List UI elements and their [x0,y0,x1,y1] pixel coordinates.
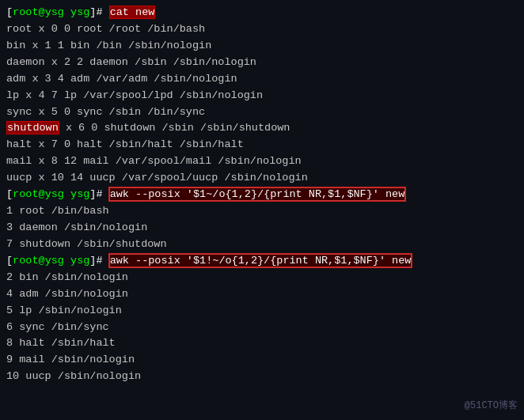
terminal-window: [root@ysg ysg]# cat new root x 0 0 root … [0,0,524,420]
bracket: [ [6,6,13,18]
shutdown-highlight: shutdown [6,121,59,134]
output-line-6: sync x 5 0 sync /sbin /bin/sync [6,104,518,121]
awk2-out-1: 2 bin /sbin/nologin [6,270,518,286]
line-1: [root@ysg ysg]# cat new [6,5,518,21]
output-line-2: bin x 1 1 bin /bin /sbin/nologin [6,38,518,55]
awk1-out-3: 7 shutdown /sbin/shutdown [6,236,518,253]
output-line-7: shutdown x 6 0 shutdown /sbin /sbin/shut… [6,120,518,137]
output-line-9: mail x 8 12 mail /var/spool/mail /sbin/n… [6,153,518,170]
cmd-awk2: awk --posix '$1!~/o{1,2}/{print NR,$1,$N… [109,254,412,267]
host: ysg [45,6,64,18]
watermark: @51CTO博客 [465,399,518,414]
output-line-3: daemon x 2 2 daemon /sbin /sbin/nologin [6,55,518,71]
output-line-10: uucp x 10 14 uucp /var/spool/uucp /sbin/… [6,170,518,187]
awk2-out-3: 5 lp /sbin/nologin [6,303,518,320]
cmd-awk1: awk --posix '$1~/o{1,2}/{print NR,$1,$NF… [109,187,406,201]
awk1-out-1: 1 root /bin/bash [6,203,518,220]
output-line-4: adm x 3 4 adm /var/adm /sbin/nologin [6,71,518,88]
line-awk1: [root@ysg ysg]# awk --posix '$1~/o{1,2}/… [6,187,518,203]
awk2-out-6: 9 mail /sbin/nologin [6,352,518,369]
output-line-5: lp x 4 7 lp /var/spool/lpd /sbin/nologin [6,88,518,104]
output-line-1: root x 0 0 root /root /bin/bash [6,21,518,38]
awk1-out-2: 3 daemon /sbin/nologin [6,220,518,236]
user: root [13,6,38,18]
awk2-out-2: 4 adm /sbin/nologin [6,286,518,303]
awk2-out-4: 6 sync /bin/sync [6,320,518,336]
awk2-out-5: 8 halt /sbin/halt [6,335,518,352]
awk2-out-7: 10 uucp /sbin/nologin [6,369,518,385]
line-awk2: [root@ysg ysg]# awk --posix '$1!~/o{1,2}… [6,253,518,270]
cmd-cat-new: cat new [109,6,156,19]
output-line-8: halt x 7 0 halt /sbin/halt /sbin/halt [6,137,518,153]
